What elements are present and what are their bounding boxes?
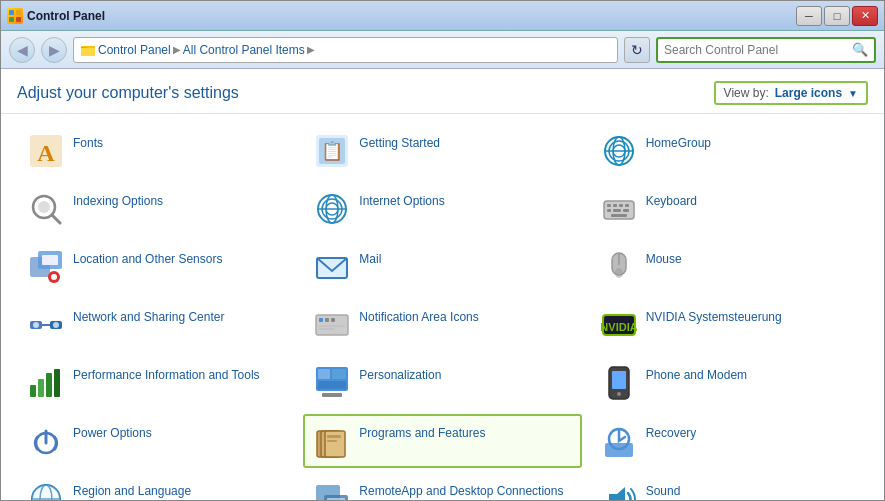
grid-item-getting-started[interactable]: 📋Getting Started [303, 124, 581, 178]
phone-icon [600, 364, 638, 402]
grid-item-recovery[interactable]: Recovery [590, 414, 868, 468]
internet-label[interactable]: Internet Options [359, 190, 444, 210]
items-grid: AFonts📋Getting StartedHomeGroupIndexing … [1, 114, 884, 500]
svg-rect-50 [325, 318, 329, 322]
viewby-value: Large icons [775, 86, 842, 100]
svg-rect-63 [318, 381, 346, 389]
grid-columns: AFonts📋Getting StartedHomeGroupIndexing … [17, 124, 868, 500]
nvidia-label[interactable]: NVIDIA Systemsteuerung [646, 306, 782, 326]
svg-rect-59 [54, 369, 60, 397]
titlebar: Control Panel ─ □ ✕ [1, 1, 884, 31]
grid-item-personalization[interactable]: Personalization [303, 356, 581, 410]
recovery-label[interactable]: Recovery [646, 422, 697, 442]
refresh-button[interactable]: ↻ [624, 37, 650, 63]
breadcrumb-item-1[interactable]: Control Panel [98, 43, 171, 57]
svg-rect-83 [327, 498, 345, 500]
remoteapp-label[interactable]: RemoteApp and Desktop Connections [359, 480, 563, 500]
svg-rect-66 [612, 371, 626, 389]
network-icon [27, 306, 65, 344]
grid-item-remoteapp[interactable]: RemoteApp and Desktop Connections [303, 472, 581, 500]
addressbar: ◀ ▶ Control Panel ▶ All Control Panel It… [1, 31, 884, 69]
homegroup-label[interactable]: HomeGroup [646, 132, 711, 152]
search-icon: 🔍 [852, 42, 868, 57]
svg-rect-0 [9, 10, 14, 15]
breadcrumb-sep-1: ▶ [173, 44, 181, 55]
personalization-label[interactable]: Personalization [359, 364, 441, 384]
mouse-label[interactable]: Mouse [646, 248, 682, 268]
viewby-control[interactable]: View by: Large icons ▼ [714, 81, 868, 105]
svg-rect-28 [619, 204, 623, 207]
fonts-icon: A [27, 132, 65, 170]
svg-text:NVIDIA: NVIDIA [601, 321, 637, 333]
grid-item-network[interactable]: Network and Sharing Center [17, 298, 295, 352]
mouse-icon [600, 248, 638, 286]
svg-rect-29 [625, 204, 629, 207]
homegroup-icon [600, 132, 638, 170]
search-input[interactable] [664, 43, 848, 57]
window-title: Control Panel [27, 9, 105, 23]
minimize-button[interactable]: ─ [796, 6, 822, 26]
grid-item-keyboard[interactable]: Keyboard [590, 182, 868, 236]
performance-label[interactable]: Performance Information and Tools [73, 364, 260, 384]
breadcrumb-item-2[interactable]: All Control Panel Items [183, 43, 305, 57]
location-icon [27, 248, 65, 286]
network-label[interactable]: Network and Sharing Center [73, 306, 224, 326]
sound-icon [600, 480, 638, 500]
svg-rect-3 [16, 17, 21, 22]
grid-item-programs[interactable]: Programs and Features [303, 414, 581, 468]
remoteapp-icon [313, 480, 351, 500]
svg-line-18 [52, 215, 60, 223]
mail-label[interactable]: Mail [359, 248, 381, 268]
svg-point-46 [33, 322, 39, 328]
grid-item-notification[interactable]: Notification Area Icons [303, 298, 581, 352]
grid-item-mail[interactable]: Mail [303, 240, 581, 294]
svg-rect-58 [46, 373, 52, 397]
grid-item-internet[interactable]: Internet Options [303, 182, 581, 236]
svg-rect-73 [327, 435, 341, 438]
svg-rect-62 [332, 369, 346, 379]
getting-started-label[interactable]: Getting Started [359, 132, 440, 152]
fonts-label[interactable]: Fonts [73, 132, 103, 152]
breadcrumb[interactable]: Control Panel ▶ All Control Panel Items … [73, 37, 618, 63]
svg-rect-51 [331, 318, 335, 322]
svg-rect-61 [318, 369, 330, 379]
location-label[interactable]: Location and Other Sensors [73, 248, 222, 268]
titlebar-controls: ─ □ ✕ [796, 6, 878, 26]
maximize-button[interactable]: □ [824, 6, 850, 26]
forward-button[interactable]: ▶ [41, 37, 67, 63]
svg-rect-33 [611, 214, 627, 217]
phone-label[interactable]: Phone and Modem [646, 364, 747, 384]
grid-item-sound[interactable]: Sound [590, 472, 868, 500]
indexing-label[interactable]: Indexing Options [73, 190, 163, 210]
svg-rect-36 [42, 255, 58, 265]
panel-header: Adjust your computer's settings View by:… [1, 69, 884, 114]
svg-rect-1 [16, 10, 21, 15]
recovery-icon [600, 422, 638, 460]
region-label[interactable]: Region and Language [73, 480, 191, 500]
svg-text:A: A [37, 140, 55, 166]
grid-item-nvidia[interactable]: NVIDIANVIDIA Systemsteuerung [590, 298, 868, 352]
indexing-icon [27, 190, 65, 228]
grid-item-homegroup[interactable]: HomeGroup [590, 124, 868, 178]
close-button[interactable]: ✕ [852, 6, 878, 26]
mail-icon [313, 248, 351, 286]
grid-item-power[interactable]: Power Options [17, 414, 295, 468]
nvidia-icon: NVIDIA [600, 306, 638, 344]
getting-started-icon: 📋 [313, 132, 351, 170]
grid-item-fonts[interactable]: AFonts [17, 124, 295, 178]
grid-item-region[interactable]: Region and Language [17, 472, 295, 500]
keyboard-label[interactable]: Keyboard [646, 190, 697, 210]
back-button[interactable]: ◀ [9, 37, 35, 63]
grid-item-location[interactable]: Location and Other Sensors [17, 240, 295, 294]
notification-label[interactable]: Notification Area Icons [359, 306, 478, 326]
grid-item-phone[interactable]: Phone and Modem [590, 356, 868, 410]
sound-label[interactable]: Sound [646, 480, 681, 500]
grid-item-indexing[interactable]: Indexing Options [17, 182, 295, 236]
titlebar-left: Control Panel [7, 8, 105, 24]
breadcrumb-sep-2: ▶ [307, 44, 315, 55]
power-label[interactable]: Power Options [73, 422, 152, 442]
grid-item-performance[interactable]: Performance Information and Tools [17, 356, 295, 410]
programs-label[interactable]: Programs and Features [359, 422, 485, 442]
svg-rect-74 [327, 440, 337, 442]
grid-item-mouse[interactable]: Mouse [590, 240, 868, 294]
